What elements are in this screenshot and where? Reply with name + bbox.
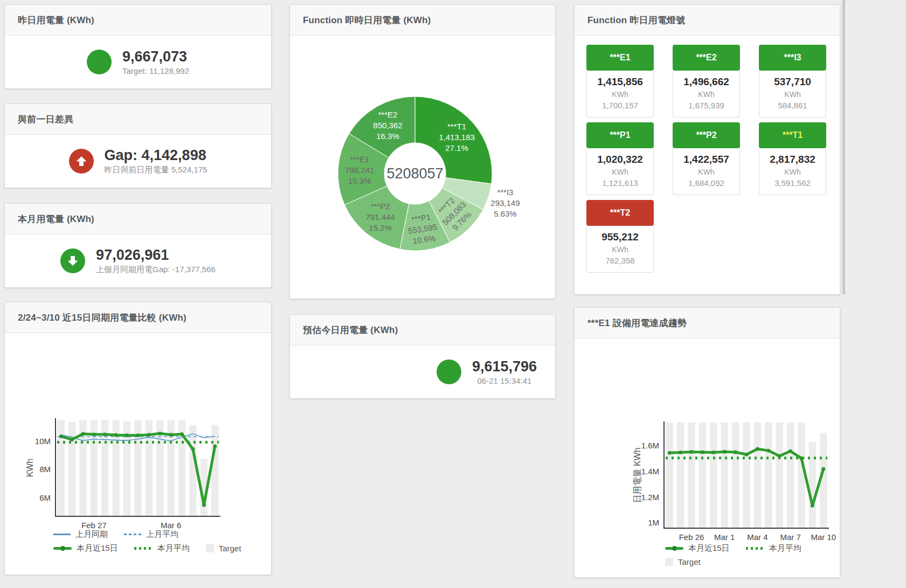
stat-value: 97,026,961 <box>96 247 216 264</box>
tile-value: 1,496,662 <box>674 75 738 89</box>
tile-value: 1,020,322 <box>588 153 652 167</box>
legend-label: 本月近15日 <box>77 543 118 554</box>
tile-unit: KWh <box>674 89 738 100</box>
svg-text:***I3293,1495.63%: ***I3293,1495.63% <box>490 188 520 218</box>
green-status-circle-icon <box>437 359 461 384</box>
tile-target-value: 3,591,562 <box>760 177 825 189</box>
status-tile: ***P21,422,557KWh1,684,092 <box>673 122 740 195</box>
tile-value: 2,817,832 <box>760 153 825 167</box>
legend-line-green-swatch-icon <box>53 547 72 550</box>
status-tile: ***E21,496,662KWh1,675,939 <box>673 45 740 117</box>
legend-label: Target <box>678 557 701 566</box>
tile-unit: KWh <box>760 167 825 177</box>
card-header: 與前一日差異 <box>5 104 271 135</box>
scrollbar[interactable] <box>842 0 845 294</box>
status-tile: ***I3537,710KWh584,861 <box>759 45 826 117</box>
status-tile: ***P11,020,322KWh1,121,613 <box>586 122 654 195</box>
legend-item[interactable]: 本月平均 <box>746 543 801 554</box>
status-tile: ***E11,415,856KWh1,700,157 <box>586 45 654 117</box>
tile-unit: KWh <box>674 167 738 177</box>
card-e1-trend-chart: ***E1 設備用電達成趨勢 1M1.2M1.4M1.6MFeb 26Mar 1… <box>574 307 840 578</box>
tile-unit: KWh <box>760 89 825 100</box>
card-title: 昨日用電量 (KWh) <box>18 14 94 26</box>
stat-value: 9,667,073 <box>122 49 189 65</box>
tile-header: ***T1 <box>759 122 826 148</box>
tile-header: ***T2 <box>586 200 654 226</box>
tile-target-value: 1,700,157 <box>588 100 652 112</box>
card-title: 與前一日差異 <box>18 113 73 126</box>
stat-row: 97,026,961 上個月同期用電Gap: -17,377,566 <box>5 234 271 287</box>
svg-text:Feb 27: Feb 27 <box>81 521 107 530</box>
card-title: ***E1 設備用電達成趨勢 <box>587 317 687 329</box>
status-tile: ***T12,817,832KWh3,591,562 <box>759 122 826 195</box>
legend-square-swatch-icon <box>665 558 673 566</box>
card-header: 預估今日用電量 (KWh) <box>290 315 555 345</box>
svg-text:Mar 4: Mar 4 <box>747 532 767 542</box>
tile-body: 1,496,662KWh1,675,939 <box>673 71 740 117</box>
card-header: 本月用電量 (KWh) <box>5 204 271 234</box>
legend-line-green-swatch-icon <box>665 547 683 550</box>
svg-text:Mar 1: Mar 1 <box>714 532 735 542</box>
tile-body: 955,212KWh762,358 <box>586 226 654 273</box>
legend-item[interactable]: 本月平均 <box>134 543 190 554</box>
legend-label: 本月平均 <box>769 543 801 554</box>
legend-dot-green-swatch-icon <box>134 547 153 550</box>
card-today-estimate: 預估今日用電量 (KWh) 9,615,796 06-21 15:34:41 <box>289 314 556 399</box>
comparison-line-chart[interactable]: 6M8M10MFeb 27Mar 6KWh <box>5 333 270 536</box>
tile-header: ***E2 <box>673 45 740 71</box>
legend-label: 上月同期 <box>75 529 108 539</box>
tile-target-value: 1,675,939 <box>674 100 738 112</box>
tile-unit: KWh <box>588 89 652 100</box>
tile-value: 955,212 <box>588 230 652 244</box>
card-title: 2/24~3/10 近15日同期用電量比較 (KWh) <box>18 312 186 324</box>
card-header: 昨日用電量 (KWh) <box>5 5 271 36</box>
card-realtime-donut: Function 即時日用電量 (KWh) ***T11,413,18327.1… <box>289 4 556 299</box>
legend-item[interactable]: Target <box>665 557 701 566</box>
legend-item[interactable]: 本月近15日 <box>53 543 118 554</box>
tile-header: ***P2 <box>673 122 740 148</box>
card-title: Function 即時日用電量 (KWh) <box>303 14 431 26</box>
tile-body: 1,422,557KWh1,684,092 <box>673 148 740 195</box>
svg-text:Mar 7: Mar 7 <box>780 532 800 542</box>
tile-unit: KWh <box>588 167 652 177</box>
card-title: 預估今日用電量 (KWh) <box>303 324 398 336</box>
legend-label: Target <box>219 544 241 553</box>
realtime-donut-chart[interactable]: ***T11,413,18327.1%***I3293,1495.63%***T… <box>290 36 555 299</box>
svg-text:10M: 10M <box>35 437 51 446</box>
card-header: ***E1 設備用電達成趨勢 <box>575 308 840 338</box>
legend-dot-green-swatch-icon <box>746 547 764 550</box>
tile-target-value: 584,861 <box>760 100 825 112</box>
legend-item[interactable]: 上月平均 <box>124 529 178 539</box>
stat-row: 9,667,073 Target: 11,128,992 <box>5 36 271 88</box>
tile-header: ***I3 <box>759 45 826 71</box>
legend-label: 本月平均 <box>157 543 190 554</box>
legend-label: 本月近15日 <box>688 543 730 554</box>
tile-body: 2,817,832KWh3,591,562 <box>759 148 826 195</box>
stat-row: Gap: 4,142,898 昨日與前日用電量 5,524,175 <box>5 135 271 187</box>
svg-text:6M: 6M <box>39 493 51 502</box>
comparison-chart-legend: 上月同期上月平均本月近15日本月平均Target <box>53 529 242 554</box>
legend-dash-blue-swatch-icon <box>124 534 141 535</box>
card-header: Function 昨日用電燈號 <box>575 5 840 36</box>
green-status-circle-icon <box>87 50 112 74</box>
tile-body: 537,710KWh584,861 <box>759 71 826 117</box>
svg-text:Feb 26: Feb 26 <box>679 532 704 542</box>
legend-item[interactable]: 本月近15日 <box>665 543 730 554</box>
legend-item[interactable]: 上月同期 <box>53 529 108 539</box>
stat-subtitle: 上個月同期用電Gap: -17,377,566 <box>96 265 216 275</box>
tile-value: 1,415,856 <box>588 75 652 89</box>
e1-trend-line-chart[interactable]: 1M1.2M1.4M1.6MFeb 26Mar 1Mar 4Mar 7Mar 1… <box>575 338 840 542</box>
tile-body: 1,415,856KWh1,700,157 <box>586 71 654 117</box>
stat-subtitle: 昨日與前日用電量 5,524,175 <box>105 165 208 175</box>
tile-header: ***P1 <box>586 122 654 148</box>
card-title: Function 昨日用電燈號 <box>587 14 685 26</box>
tile-body: 1,020,322KWh1,121,613 <box>586 148 654 195</box>
stat-value: 9,615,796 <box>472 358 537 375</box>
tile-target-value: 1,121,613 <box>588 177 652 189</box>
card-day-gap: 與前一日差異 Gap: 4,142,898 昨日與前日用電量 5,524,175 <box>4 103 272 188</box>
red-arrow-up-icon <box>69 149 94 174</box>
card-title: 本月用電量 (KWh) <box>18 213 94 225</box>
legend-item[interactable]: Target <box>206 544 241 553</box>
svg-text:KWh: KWh <box>25 459 34 478</box>
card-yesterday-usage: 昨日用電量 (KWh) 9,667,073 Target: 11,128,992 <box>4 4 272 89</box>
